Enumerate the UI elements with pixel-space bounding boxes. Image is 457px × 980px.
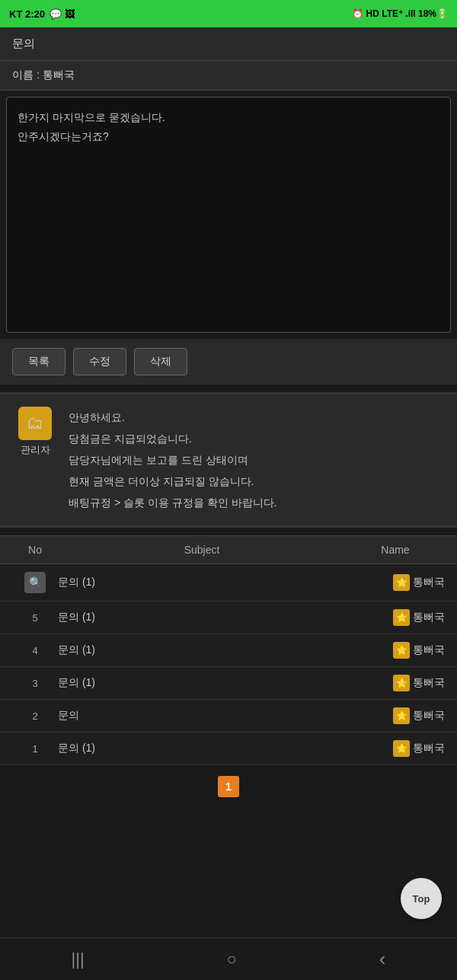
row-no: 4 [12, 645, 58, 656]
rank-badge-icon: ⭐ [393, 675, 410, 691]
inquiry-table: No Subject Name 🔍 문의 (1) ⭐ 통뻐국 5 문의 (1) … [0, 535, 457, 765]
rank-badge-icon: ⭐ [393, 609, 410, 626]
admin-line-4: 현재 금액은 더이상 지급되질 않습니다. [69, 471, 276, 492]
top-button[interactable]: Top [401, 878, 442, 919]
status-right: ⏰ HD LTE⁺ .ill 18%🔋 [352, 8, 448, 19]
page-title: 문의 [12, 37, 35, 49]
action-buttons-bar: 목록 수정 삭제 [0, 339, 457, 385]
row-name: ⭐ 통뻐국 [346, 675, 445, 691]
list-button[interactable]: 목록 [12, 348, 66, 375]
row-subject: 문의 (1) [58, 611, 346, 624]
table-header: No Subject Name [0, 535, 457, 564]
admin-reply-section: 🗂 관리자 안녕하세요. 당첨금은 지급되었습니다. 담당자님에게는 보고를 드… [0, 392, 457, 528]
carrier-time: KT 2:20 [9, 8, 45, 20]
admin-reply-text: 안녕하세요. 당첨금은 지급되었습니다. 담당자님에게는 보고를 드린 상태이며… [69, 407, 276, 513]
row-name: ⭐ 통뻐국 [346, 609, 445, 626]
row-name: ⭐ 통뻐국 [346, 740, 445, 757]
row-no: 3 [12, 678, 58, 689]
status-icons: ⏰ HD LTE⁺ .ill 18%🔋 [352, 8, 448, 19]
name-row: 이름 : 통뻐국 [0, 61, 457, 91]
row-subject: 문의 (1) [58, 576, 346, 589]
username: 통뻐국 [413, 709, 445, 723]
rank-badge-icon: ⭐ [393, 574, 410, 591]
admin-line-3: 담당자님에게는 보고를 드린 상태이며 [69, 449, 276, 471]
row-subject: 문의 (1) [58, 742, 346, 755]
message-icons: 💬 🖼 [50, 8, 75, 20]
table-row[interactable]: 5 문의 (1) ⭐ 통뻐국 [0, 602, 457, 634]
message-line-1: 한가지 마지막으로 묻겠습니다. [18, 108, 439, 127]
col-name: Name [346, 544, 445, 556]
message-content-box: 한가지 마지막으로 묻겠습니다. 안주시겠다는거죠? [6, 97, 451, 333]
row-no-search: 🔍 [12, 572, 58, 593]
message-line-2: 안주시겠다는거죠? [18, 127, 439, 146]
page-1-button[interactable]: 1 [218, 776, 239, 797]
row-name: ⭐ 통뻐국 [346, 642, 445, 659]
admin-icon: 🗂 [18, 407, 52, 440]
username: 통뻐국 [413, 676, 445, 690]
row-subject: 문의 (1) [58, 643, 346, 657]
admin-line-5: 배팅규정 > 슬롯 이용 규정을 확인 바랍니다. [69, 492, 276, 513]
rank-badge-icon: ⭐ [393, 707, 410, 724]
nav-bar: ||| ○ ‹ [0, 937, 457, 980]
col-subject: Subject [58, 544, 346, 556]
search-icon: 🔍 [24, 572, 46, 593]
row-no: 1 [12, 743, 58, 755]
table-row[interactable]: 🔍 문의 (1) ⭐ 통뻐국 [0, 564, 457, 602]
admin-avatar: 🗂 관리자 [12, 407, 58, 513]
rank-badge-icon: ⭐ [393, 642, 410, 659]
rank-badge-icon: ⭐ [393, 740, 410, 757]
row-no: 5 [12, 612, 58, 624]
row-name: ⭐ 통뻐국 [346, 707, 445, 724]
pagination-bar: 1 [0, 765, 457, 808]
table-row[interactable]: 1 문의 (1) ⭐ 통뻐국 [0, 733, 457, 765]
admin-line-1: 안녕하세요. [69, 407, 276, 428]
row-subject: 문의 [58, 709, 346, 723]
row-name: ⭐ 통뻐국 [346, 574, 445, 591]
admin-line-2: 당첨금은 지급되었습니다. [69, 428, 276, 449]
nav-home-icon[interactable]: ○ [227, 950, 237, 969]
status-bar: KT 2:20 💬 🖼 ⏰ HD LTE⁺ .ill 18%🔋 [0, 0, 457, 27]
username: 통뻐국 [413, 643, 445, 657]
user-name-label: 이름 : 통뻐국 [12, 69, 75, 81]
table-row[interactable]: 3 문의 (1) ⭐ 통뻐국 [0, 667, 457, 700]
nav-back-icon[interactable]: ‹ [379, 947, 386, 971]
edit-button[interactable]: 수정 [73, 348, 126, 375]
delete-button[interactable]: 삭제 [134, 348, 187, 375]
admin-label: 관리자 [21, 443, 50, 457]
table-row[interactable]: 2 문의 ⭐ 통뻐국 [0, 700, 457, 733]
row-subject: 문의 (1) [58, 676, 346, 690]
username: 통뻐국 [413, 611, 445, 624]
username: 통뻐국 [413, 576, 445, 589]
table-row[interactable]: 4 문의 (1) ⭐ 통뻐국 [0, 634, 457, 667]
status-left: KT 2:20 💬 🖼 [9, 8, 75, 20]
username: 통뻐국 [413, 742, 445, 755]
col-no: No [12, 544, 58, 556]
row-no: 2 [12, 710, 58, 722]
nav-recent-apps-icon[interactable]: ||| [71, 950, 84, 969]
page-header: 문의 [0, 27, 457, 61]
